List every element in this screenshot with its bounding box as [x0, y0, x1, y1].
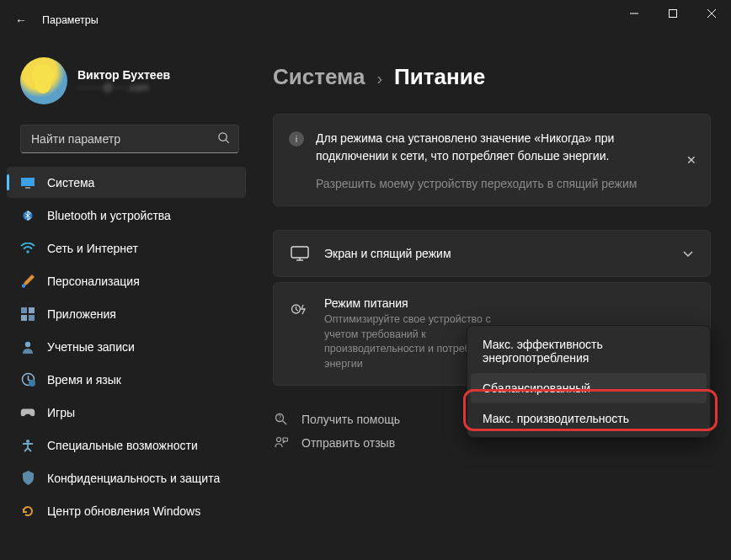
chevron-down-icon — [683, 248, 693, 260]
back-button[interactable]: ← — [15, 13, 27, 27]
svg-rect-6 — [21, 177, 35, 186]
accessibility-icon — [20, 438, 35, 453]
setting-title: Экран и спящий режим — [324, 247, 668, 260]
main-content: Система › Питание i Для режима сна устан… — [253, 40, 731, 560]
sidebar-item-label: Время и язык — [47, 373, 121, 387]
sidebar-item-label: Центр обновления Windows — [47, 504, 200, 518]
breadcrumb-parent[interactable]: Система — [273, 64, 365, 90]
svg-rect-14 — [29, 315, 35, 321]
sidebar-item-label: Персонализация — [47, 275, 140, 288]
person-icon — [20, 339, 35, 355]
sidebar-item-accessibility[interactable]: Специальные возможности — [7, 429, 246, 461]
clock-globe-icon — [20, 372, 35, 387]
sidebar-item-windows-update[interactable]: Центр обновления Windows — [7, 495, 246, 526]
info-text: Для режима сна установлено значение «Ник… — [316, 130, 668, 165]
maximize-button[interactable] — [654, 0, 692, 27]
minimize-button[interactable] — [615, 0, 654, 27]
shield-icon — [20, 471, 35, 486]
energy-info-card: i Для режима сна установлено значение «Н… — [273, 114, 711, 206]
link-label: Получить помощь — [301, 413, 400, 426]
nav-list: Система Bluetooth и устройства Сеть и Ин… — [0, 167, 253, 526]
svg-rect-12 — [29, 307, 35, 313]
svg-rect-26 — [283, 438, 288, 441]
settings-window: ← Параметры Виктор Бухтеев ·········@···… — [0, 0, 731, 560]
sidebar-item-network[interactable]: Сеть и Интернет — [7, 232, 246, 264]
sidebar-item-label: Учетные записи — [47, 340, 135, 354]
sidebar-item-time-language[interactable]: Время и язык — [7, 364, 246, 395]
search-placeholder: Найти параметр — [31, 132, 217, 146]
sidebar-item-label: Приложения — [47, 307, 116, 321]
page-title: Питание — [394, 64, 485, 90]
search-input[interactable]: Найти параметр — [20, 125, 239, 153]
svg-point-17 — [29, 380, 35, 387]
app-title: Параметры — [42, 14, 99, 26]
close-icon[interactable]: ✕ — [686, 153, 696, 167]
gamepad-icon — [20, 405, 35, 420]
wifi-icon — [20, 241, 35, 256]
bluetooth-icon — [20, 208, 35, 223]
svg-point-10 — [22, 284, 25, 287]
dropdown-option-performance[interactable]: Макс. производительность — [471, 403, 707, 434]
close-button[interactable] — [692, 0, 731, 27]
power-mode-dropdown: Макс. эффективность энергопотребления Сб… — [467, 325, 711, 438]
sidebar-item-system[interactable]: Система — [7, 167, 246, 198]
power-mode-icon — [291, 300, 309, 318]
setting-title: Режим питания — [324, 296, 525, 310]
update-icon — [20, 504, 35, 519]
profile[interactable]: Виктор Бухтеев ·········@·····.com — [0, 47, 253, 121]
feedback-icon — [273, 436, 290, 450]
help-icon: ? — [273, 413, 290, 426]
allow-sleep-link[interactable]: Разрешить моему устройству переходить в … — [316, 177, 668, 190]
svg-point-15 — [25, 341, 30, 346]
sidebar-item-accounts[interactable]: Учетные записи — [7, 331, 246, 362]
sidebar-item-privacy[interactable]: Конфиденциальность и защита — [7, 462, 246, 493]
titlebar: ← Параметры — [0, 0, 731, 40]
breadcrumb: Система › Питание — [273, 64, 711, 90]
svg-rect-19 — [291, 247, 308, 258]
profile-name: Виктор Бухтеев — [77, 68, 170, 82]
profile-email: ·········@·····.com — [77, 82, 170, 93]
sidebar-item-label: Игры — [47, 406, 75, 419]
sidebar-item-gaming[interactable]: Игры — [7, 397, 246, 428]
window-controls — [615, 0, 731, 27]
svg-rect-1 — [670, 10, 677, 18]
sidebar-item-personalization[interactable]: Персонализация — [7, 265, 246, 296]
link-label: Отправить отзыв — [301, 436, 395, 450]
dropdown-option-efficiency[interactable]: Макс. эффективность энергопотребления — [471, 329, 707, 373]
screen-icon — [291, 244, 309, 263]
screen-sleep-setting[interactable]: Экран и спящий режим — [273, 230, 711, 277]
info-icon: i — [289, 131, 304, 147]
svg-point-18 — [26, 440, 29, 443]
svg-rect-11 — [21, 307, 27, 313]
search-icon — [217, 131, 230, 147]
svg-text:?: ? — [278, 414, 281, 420]
sidebar-item-bluetooth[interactable]: Bluetooth и устройства — [7, 200, 246, 231]
chevron-right-icon: › — [376, 69, 382, 88]
sidebar-item-label: Система — [47, 176, 94, 189]
sidebar-item-apps[interactable]: Приложения — [7, 298, 246, 329]
svg-rect-7 — [25, 187, 30, 189]
sidebar-item-label: Bluetooth и устройства — [47, 209, 171, 222]
sidebar-item-label: Сеть и Интернет — [47, 242, 138, 255]
display-icon — [20, 175, 35, 190]
svg-point-9 — [26, 250, 29, 253]
dropdown-option-balanced[interactable]: Сбалансированный — [471, 373, 707, 403]
svg-rect-13 — [21, 315, 27, 321]
brush-icon — [20, 274, 35, 289]
avatar — [20, 57, 67, 104]
svg-point-4 — [219, 133, 227, 141]
sidebar-item-label: Конфиденциальность и защита — [47, 472, 220, 485]
svg-line-5 — [226, 140, 228, 142]
sidebar-item-label: Специальные возможности — [47, 439, 198, 452]
apps-icon — [20, 307, 35, 322]
svg-point-25 — [277, 438, 281, 442]
sidebar: Виктор Бухтеев ·········@·····.com Найти… — [0, 40, 253, 560]
